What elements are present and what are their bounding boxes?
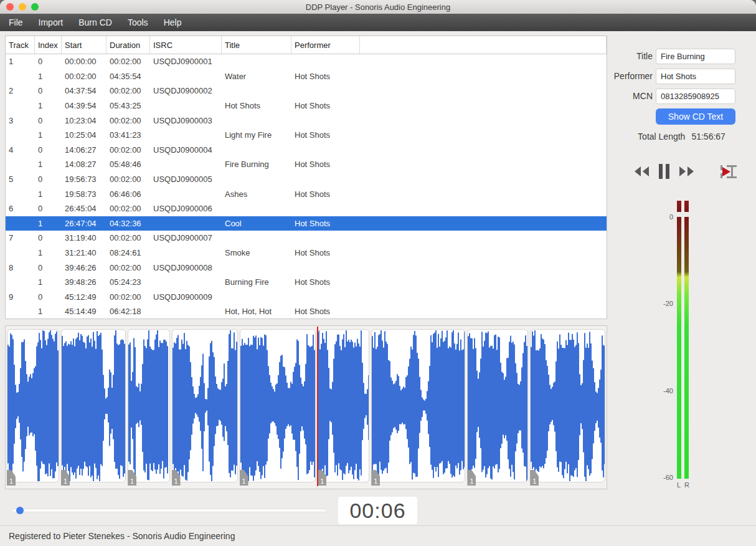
track-row[interactable]: 1 14:08:27 05:48:46 Fire Burning Hot Sho… xyxy=(6,157,607,172)
close-window-icon[interactable] xyxy=(6,3,14,11)
waveform-panel: 111111111 xyxy=(5,325,607,489)
waveform-segment-track-7[interactable]: 1 xyxy=(371,329,465,482)
cell-title xyxy=(222,84,291,98)
column-header-performer[interactable]: Performer xyxy=(291,36,360,54)
cell-filler xyxy=(360,304,607,319)
track-row[interactable]: 1 19:58:73 06:46:06 Ashes Hot Shots xyxy=(6,186,607,201)
track-row[interactable]: 1 45:14:49 06:42:18 Hot, Hot, Hot Hot Sh… xyxy=(6,304,607,319)
track-row[interactable]: 1 10:25:04 03:41:23 Light my Fire Hot Sh… xyxy=(6,128,607,143)
minimize-window-icon[interactable] xyxy=(19,3,26,11)
cell-title: Burning Fire xyxy=(222,275,291,290)
waveform-segment-track-3[interactable]: 1 xyxy=(128,329,169,482)
waveform-segment-track-1[interactable]: 1 xyxy=(7,329,59,482)
play-marker-button[interactable] xyxy=(719,162,738,181)
cell-track xyxy=(6,128,35,143)
track-row[interactable]: 5 0 19:56:73 00:02:00 USQDJ0900005 xyxy=(6,172,607,187)
track-row[interactable]: 1 31:21:40 08:24:61 Smoke Hot Shots xyxy=(6,246,607,261)
cell-index: 0 xyxy=(35,143,62,158)
cell-start: 31:21:40 xyxy=(62,246,106,261)
cell-track xyxy=(6,275,35,290)
seek-slider-track[interactable] xyxy=(11,509,327,512)
menu-import[interactable]: Import xyxy=(39,17,64,27)
cell-performer xyxy=(291,143,360,158)
column-header-title[interactable]: Title xyxy=(222,36,291,54)
peak-indicator-left xyxy=(677,201,681,212)
total-length-row: Total Length 51:56:67 xyxy=(607,132,756,141)
fast-forward-button[interactable] xyxy=(678,162,695,181)
cell-duration: 05:43:25 xyxy=(106,98,150,113)
cell-title: Hot, Hot, Hot xyxy=(222,304,291,319)
track-row[interactable]: 9 0 45:12:49 00:02:00 USQDJ0900009 xyxy=(6,290,607,305)
cell-filler xyxy=(360,128,607,143)
cell-index: 1 xyxy=(35,98,62,113)
cell-isrc: USQDJ0900009 xyxy=(150,290,222,305)
cell-start: 00:00:00 xyxy=(62,54,106,69)
pause-button[interactable] xyxy=(658,162,670,181)
waveform-segment-track-4[interactable]: 1 xyxy=(172,329,238,482)
playhead-line[interactable] xyxy=(317,327,318,486)
menu-burn-cd[interactable]: Burn CD xyxy=(78,17,112,27)
title-field[interactable] xyxy=(656,49,735,64)
channel-label-right: R xyxy=(684,481,689,489)
cell-title: Cool xyxy=(222,216,291,231)
track-row[interactable]: 1 39:48:26 05:24:23 Burning Fire Hot Sho… xyxy=(6,275,607,290)
mcn-label: MCN xyxy=(607,89,653,104)
menu-help[interactable]: Help xyxy=(164,17,182,27)
track-table-header: Track Index Start Duration ISRC Title Pe… xyxy=(6,36,607,54)
column-header-duration[interactable]: Duration xyxy=(106,36,150,54)
column-header-track[interactable]: Track xyxy=(6,36,35,54)
track-row[interactable]: 3 0 10:23:04 00:02:00 USQDJ0900003 xyxy=(6,113,607,128)
seek-slider-thumb[interactable] xyxy=(16,507,24,514)
cell-performer: Hot Shots xyxy=(291,216,360,231)
window-controls xyxy=(6,3,39,11)
track-row[interactable]: 6 0 26:45:04 00:02:00 USQDJ0900006 xyxy=(6,201,607,216)
cell-isrc: USQDJ0900004 xyxy=(150,143,222,158)
track-row[interactable]: 7 0 31:19:40 00:02:00 USQDJ0900007 xyxy=(6,231,607,246)
menu-tools[interactable]: Tools xyxy=(128,17,148,27)
waveform-segment-track-9[interactable]: 1 xyxy=(530,329,605,482)
column-header-filler xyxy=(360,36,607,54)
track-row[interactable]: 1 04:39:54 05:43:25 Hot Shots Hot Shots xyxy=(6,98,607,113)
column-header-start[interactable]: Start xyxy=(62,36,106,54)
track-row[interactable]: 2 0 04:37:54 00:02:00 USQDJ0900002 xyxy=(6,84,607,98)
rewind-button[interactable] xyxy=(633,162,650,181)
cell-isrc: USQDJ0900003 xyxy=(150,113,222,128)
mcn-field[interactable] xyxy=(656,89,735,104)
cell-start: 04:39:54 xyxy=(62,98,106,113)
track-row[interactable]: 1 00:02:00 04:35:54 Water Hot Shots xyxy=(6,69,607,84)
track-row[interactable]: 1 0 00:00:00 00:02:00 USQDJ0900001 xyxy=(6,54,607,69)
waveform-segment-track-6[interactable]: 1 xyxy=(318,329,369,482)
cell-track: 8 xyxy=(6,260,35,275)
menu-file[interactable]: File xyxy=(9,17,23,27)
track-row[interactable]: 1 26:47:04 04:32:36 Cool Hot Shots xyxy=(6,216,607,231)
cell-filler xyxy=(360,201,607,216)
status-bar: Registered to Pieter Stenekes - Sonoris … xyxy=(0,525,756,546)
peak-indicator-right xyxy=(684,201,689,212)
cell-filler xyxy=(360,113,607,128)
cell-start: 19:56:73 xyxy=(62,172,106,187)
waveform-segment-track-2[interactable]: 1 xyxy=(61,329,126,482)
cell-performer: Hot Shots xyxy=(291,304,360,319)
meter-bar-left xyxy=(677,217,681,479)
waveform-segment-track-8[interactable]: 1 xyxy=(467,329,528,482)
cell-performer xyxy=(291,172,360,187)
column-header-isrc[interactable]: ISRC xyxy=(150,36,222,54)
cell-filler xyxy=(360,98,607,113)
waveform-segment-track-5[interactable]: 1 xyxy=(240,329,316,482)
performer-field[interactable] xyxy=(656,69,735,84)
time-display: 00:06 xyxy=(338,497,417,524)
cell-filler xyxy=(360,69,607,84)
track-row[interactable]: 4 0 14:06:27 00:02:00 USQDJ0900004 xyxy=(6,143,607,158)
cell-index: 0 xyxy=(35,84,62,98)
column-header-index[interactable]: Index xyxy=(35,36,62,54)
cell-index: 0 xyxy=(35,201,62,216)
cell-title xyxy=(222,113,291,128)
cell-index: 0 xyxy=(35,172,62,187)
waveform-strip: 111111111 xyxy=(7,329,605,482)
show-cd-text-button[interactable]: Show CD Text xyxy=(656,108,735,125)
cell-performer xyxy=(291,260,360,275)
zoom-window-icon[interactable] xyxy=(31,3,39,11)
cell-performer xyxy=(291,231,360,246)
track-row[interactable]: 8 0 39:46:26 00:02:00 USQDJ0900008 xyxy=(6,260,607,275)
cell-duration: 05:24:23 xyxy=(106,275,150,290)
